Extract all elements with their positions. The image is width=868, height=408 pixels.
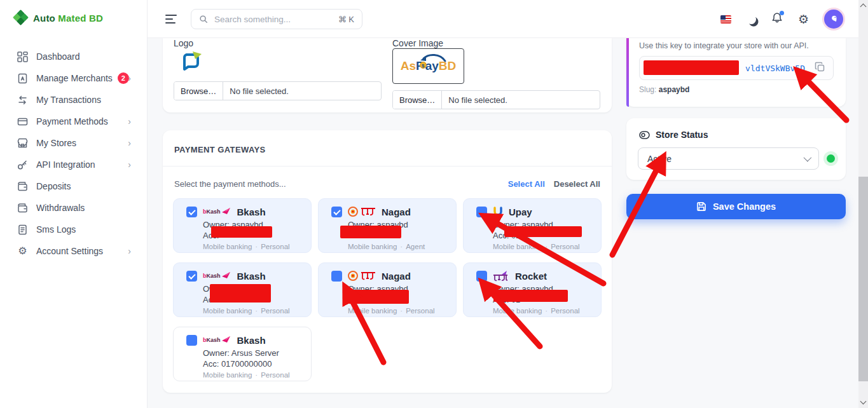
payment-method-name: Upay	[509, 207, 532, 217]
status-active-dot	[827, 154, 835, 163]
sidebar-item-sms-logs[interactable]: Sms Logs	[0, 219, 148, 240]
logo-file-input[interactable]: Browse… No file selected.	[174, 81, 382, 100]
payment-method-card[interactable]: NagadOwner: aspaybdMobile banking·Person…	[318, 262, 457, 317]
payment-method-name: Nagad	[382, 207, 411, 217]
hamburger-menu-icon[interactable]	[165, 15, 178, 24]
payment-method-tags: Mobile banking·Personal	[348, 307, 435, 315]
api-key-field[interactable]: vldtVSkWBv5D	[639, 56, 834, 80]
rocket-logo	[493, 271, 509, 282]
notifications-bell-icon[interactable]	[771, 12, 783, 26]
vertical-scrollbar[interactable]	[858, 0, 868, 408]
search-shortcut: ⌘ K	[338, 15, 354, 24]
api-key-value: vldtVSkWBv5D	[745, 64, 805, 73]
payment-gateways-title: PAYMENT GATEWAYS	[174, 145, 266, 154]
browse-button[interactable]: Browse…	[393, 91, 442, 109]
payment-method-checkbox[interactable]	[186, 335, 197, 346]
store-status-select[interactable]: Active	[638, 147, 819, 170]
payment-method-tags: Mobile banking·Personal	[493, 307, 580, 315]
no-file-text: No file selected.	[442, 91, 514, 109]
top-bar: Search something... ⌘ K ⚙	[148, 0, 858, 38]
dark-mode-moon-icon[interactable]	[746, 14, 757, 25]
language-flag-icon[interactable]	[720, 15, 731, 24]
no-file-text: No file selected.	[223, 82, 295, 100]
payment-method-owner: Owner: Arsus Server	[203, 348, 279, 358]
divider	[163, 166, 612, 167]
payment-method-card[interactable]: RocketOwner: aspaybdAcc: 01Mobile bankin…	[463, 262, 602, 317]
toggle-icon	[639, 131, 650, 139]
copy-icon[interactable]	[815, 62, 825, 75]
chevron-right-icon: ›	[128, 73, 131, 83]
settings-gear-icon[interactable]: ⚙	[798, 13, 809, 25]
payment-method-tags: Mobile banking·Personal	[203, 371, 290, 379]
search-input[interactable]: Search something... ⌘ K	[191, 9, 362, 29]
sidebar-item-api-integration[interactable]: API Integration ›	[0, 154, 148, 175]
cover-image-preview: AsP$ayBD	[392, 48, 464, 84]
payment-method-tags: Mobile banking·Personal	[203, 243, 290, 250]
payment-method-card[interactable]: UpayOwner: aspaybdAcc: 0131Mobile bankin…	[463, 198, 602, 253]
grid-icon	[17, 51, 28, 62]
payment-gateways-card: PAYMENT GATEWAYS Select the payment meth…	[163, 130, 612, 393]
sidebar-item-payment-methods[interactable]: Payment Methods ›	[0, 111, 148, 132]
chevron-right-icon: ›	[128, 116, 131, 126]
document-icon	[17, 224, 28, 235]
payment-method-card[interactable]: bKashBkashOwner: aspaybdAcc:Mobile banki…	[173, 262, 312, 317]
payment-method-name: Rocket	[515, 271, 547, 282]
store-slug: Slug: aspaybd	[639, 85, 689, 94]
store-status-card: Store Status Active	[626, 118, 846, 180]
app-logo[interactable]: Auto Mated BD	[14, 11, 103, 25]
notification-dot	[780, 11, 784, 15]
credit-card-icon	[17, 116, 28, 127]
payment-method-card[interactable]: bKashBkashOwner: aspaybdAcc:Mobile banki…	[173, 198, 312, 253]
sidebar-item-deposits[interactable]: Deposits	[0, 175, 148, 197]
payment-method-checkbox[interactable]	[331, 271, 342, 282]
gateways-subtitle: Select the payment methods...	[174, 179, 286, 189]
upay-logo	[493, 207, 503, 217]
payment-method-card[interactable]: bKashBkashOwner: Arsus ServerAcc: 017000…	[173, 327, 312, 381]
payment-method-name: Nagad	[382, 271, 411, 282]
sidebar-item-withdrawals[interactable]: Withdrawals	[0, 197, 148, 219]
sidebar-item-account-settings[interactable]: ⚙ Account Settings ›	[0, 240, 148, 262]
brand-diamond-icon	[14, 11, 28, 25]
store-media-card: Logo Browse… No file selected. Cover Ima…	[163, 38, 612, 112]
scroll-down-icon[interactable]	[860, 398, 867, 405]
merchant-file-icon	[17, 73, 28, 84]
save-floppy-icon	[696, 201, 706, 212]
payment-method-card[interactable]: NagadOwner: aspaybdMobile banking·Agent	[318, 198, 457, 253]
nagad-logo	[348, 207, 376, 217]
payment-method-checkbox[interactable]	[331, 207, 342, 217]
store-icon	[17, 138, 28, 149]
payment-method-account: Acc:	[203, 295, 219, 304]
search-placeholder: Search something...	[214, 15, 332, 24]
payment-method-checkbox[interactable]	[186, 271, 197, 282]
sidebar-item-my-transactions[interactable]: My Transactions	[0, 89, 148, 111]
payment-method-tags: Mobile banking·Personal	[493, 243, 580, 250]
payment-method-account: Acc: 0131	[493, 231, 530, 240]
browse-button[interactable]: Browse…	[174, 82, 223, 100]
payment-method-checkbox[interactable]	[476, 271, 487, 282]
payment-method-name: Bkash	[237, 335, 266, 346]
sidebar-nav: Dashboard Manage Merchants 2 › My Transa…	[0, 46, 148, 262]
cover-file-input[interactable]: Browse… No file selected.	[392, 90, 600, 109]
payment-method-owner: Owner: aspaybd	[493, 284, 553, 294]
scroll-up-icon[interactable]	[860, 4, 867, 10]
bkash-logo: bKash	[203, 208, 231, 215]
payment-method-checkbox[interactable]	[476, 207, 487, 217]
payment-method-owner: Owner: aspaybd	[203, 284, 263, 294]
cover-logo-arrow	[418, 52, 448, 64]
scrollbar-thumb[interactable]	[858, 177, 868, 381]
store-logo-image	[180, 50, 203, 76]
sidebar-item-manage-merchants[interactable]: Manage Merchants 2 ›	[0, 67, 148, 89]
cover-image-label: Cover Image	[392, 38, 443, 48]
save-changes-button[interactable]: Save Changes	[626, 194, 846, 219]
sidebar-item-my-stores[interactable]: My Stores ›	[0, 132, 148, 154]
payment-method-checkbox[interactable]	[186, 207, 197, 217]
logo-label: Logo	[174, 38, 193, 48]
payment-method-owner: Owner: aspaybd	[203, 220, 263, 229]
sidebar-item-dashboard[interactable]: Dashboard	[0, 46, 148, 67]
deselect-all-link[interactable]: Deselect All	[554, 179, 600, 189]
chevron-right-icon: ›	[128, 246, 131, 256]
select-all-link[interactable]: Select All	[508, 179, 545, 189]
user-avatar[interactable]	[824, 10, 843, 29]
store-status-title: Store Status	[656, 130, 708, 140]
status-selected-value: Active	[647, 154, 804, 164]
